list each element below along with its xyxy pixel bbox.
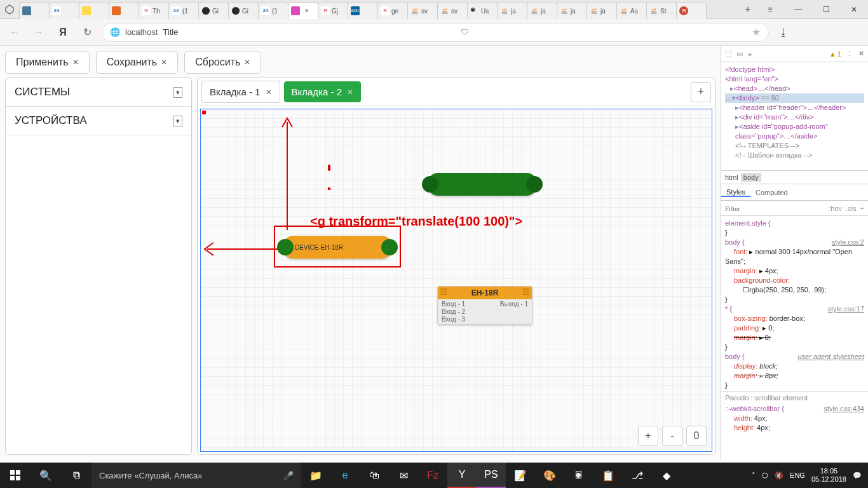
- browser-tab[interactable]: sv: [437, 3, 468, 19]
- device-icon[interactable]: ▭: [736, 50, 743, 58]
- close-icon[interactable]: ✕: [244, 58, 250, 67]
- filezilla-icon[interactable]: Fz: [418, 463, 447, 488]
- tray-expand-icon[interactable]: ˄: [752, 471, 756, 480]
- tab-styles[interactable]: Styles: [721, 188, 750, 197]
- styles-pane[interactable]: element.style { } body {style.css:2 font…: [721, 216, 868, 460]
- canvas[interactable]: <g transform="translate(100 100)"> DEVIC…: [200, 109, 712, 452]
- browser-tab[interactable]: [79, 3, 109, 19]
- new-tab-button[interactable]: +: [740, 1, 756, 18]
- calc-icon[interactable]: 🖩: [564, 463, 593, 488]
- warnings-badge[interactable]: ▲1: [829, 50, 841, 58]
- git-icon[interactable]: ⎇: [623, 463, 652, 488]
- back-button[interactable]: ←: [5, 23, 24, 42]
- browser-tab[interactable]: 24(1: [258, 3, 288, 19]
- yandex-button[interactable]: Я: [53, 23, 72, 42]
- start-button[interactable]: [0, 463, 31, 488]
- device-node-orange[interactable]: DEVICE-EH-18R: [282, 236, 393, 259]
- assistant-input[interactable]: Скажите «Слушай, Алиса» 🎤: [92, 463, 301, 488]
- zoom-in-button[interactable]: +: [638, 426, 658, 446]
- browser-tab[interactable]: ЯGj: [318, 3, 348, 19]
- paint-icon[interactable]: 🎨: [535, 463, 564, 488]
- browser-tab[interactable]: [109, 3, 139, 19]
- bookmark-icon[interactable]: ★: [752, 26, 761, 38]
- svg-point-1: [202, 7, 210, 15]
- maximize-button[interactable]: ☐: [812, 0, 840, 19]
- add-rule-icon[interactable]: +: [860, 205, 864, 212]
- edge-icon[interactable]: e: [330, 463, 360, 488]
- tray-icon[interactable]: ⬡: [762, 471, 768, 480]
- clock[interactable]: 18:0505.12.2018: [811, 467, 846, 484]
- browser-tab[interactable]: 24(1: [168, 3, 199, 19]
- browser-tab[interactable]: ja: [497, 3, 527, 19]
- reset-button[interactable]: Сбросить✕: [184, 51, 261, 74]
- downloads-icon[interactable]: ⭳: [774, 23, 793, 42]
- browser-tab[interactable]: ja: [587, 3, 617, 19]
- notes-icon[interactable]: 📝: [506, 463, 535, 488]
- dom-tree[interactable]: <!doctype html> <html lang="en"> ▸<head>…: [721, 62, 868, 170]
- browser-tab[interactable]: St: [646, 3, 677, 19]
- settings-icon[interactable]: ⋮: [846, 50, 853, 58]
- zoom-out-button[interactable]: -: [662, 426, 682, 446]
- browser-tab[interactable]: ✕: [288, 3, 318, 19]
- reload-button[interactable]: ↻: [78, 23, 97, 42]
- close-icon[interactable]: ✕: [347, 88, 353, 97]
- browser-tab[interactable]: ja: [557, 3, 587, 19]
- sidebar-devices[interactable]: УСТРОЙСТВА▾: [6, 107, 191, 135]
- inspect-icon[interactable]: ⬚: [725, 50, 731, 58]
- save-button[interactable]: Сохранить✕: [96, 51, 179, 74]
- phpstorm-icon[interactable]: PS: [477, 463, 506, 488]
- lang-indicator[interactable]: ENG: [790, 471, 805, 479]
- url-input[interactable]: 🌐 localhost Title 🛡 ★: [102, 23, 769, 42]
- browser-tab[interactable]: ja: [527, 3, 557, 19]
- close-icon[interactable]: ✕: [266, 88, 272, 97]
- browser-tab[interactable]: Gi: [198, 3, 229, 19]
- zoom-controls: + - 0: [638, 426, 707, 446]
- sidebar-systems[interactable]: СИСТЕМЫ▾: [6, 78, 191, 107]
- browser-tab[interactable]: Я: [676, 3, 707, 19]
- browser-tab[interactable]: As: [616, 3, 647, 19]
- shield-icon[interactable]: 🛡: [461, 27, 469, 37]
- mail-icon[interactable]: ✉: [389, 463, 418, 488]
- browser-tab[interactable]: Яge: [377, 3, 408, 19]
- yandex-icon[interactable]: Y: [447, 463, 477, 488]
- svg-rect-6: [442, 12, 448, 15]
- add-tab-button[interactable]: +: [691, 82, 711, 102]
- filter-input[interactable]: [725, 205, 825, 212]
- browser-tab[interactable]: sv: [407, 3, 438, 19]
- apply-button[interactable]: Применить✕: [5, 51, 90, 74]
- hov-toggle[interactable]: :hov: [829, 205, 842, 212]
- more-icon[interactable]: »: [748, 50, 752, 58]
- devtools-close[interactable]: ✕: [858, 50, 864, 58]
- cls-toggle[interactable]: .cls: [846, 205, 857, 212]
- volume-icon[interactable]: 🔇: [775, 471, 783, 480]
- browser-tab[interactable]: ЯTh: [139, 3, 169, 19]
- browser-tab[interactable]: [19, 3, 50, 19]
- store-icon[interactable]: 🛍: [360, 463, 389, 488]
- browser-tab[interactable]: ✱Us: [467, 3, 498, 19]
- notifications-icon[interactable]: 💬: [853, 471, 862, 480]
- annotation-dot: [328, 187, 330, 190]
- app-icon[interactable]: 📋: [593, 463, 623, 488]
- browser-tab[interactable]: 24: [49, 3, 79, 19]
- tab-computed[interactable]: Computed: [750, 189, 793, 196]
- tab-1[interactable]: Вкладка - 1✕: [201, 81, 280, 103]
- device-box-node[interactable]: EH-18R Вход - 1Вход - 2Вход - 3 Выход - …: [437, 286, 532, 325]
- explorer-icon[interactable]: 📁: [301, 463, 330, 488]
- forward-button[interactable]: →: [29, 23, 48, 42]
- globe-icon: 🌐: [110, 27, 120, 37]
- browser-tab[interactable]: W3C: [348, 3, 378, 19]
- menu-icon[interactable]: ≡: [756, 0, 784, 19]
- search-icon[interactable]: 🔍: [31, 463, 61, 488]
- app-icon[interactable]: ◆: [652, 463, 681, 488]
- breadcrumb[interactable]: html body: [721, 170, 868, 184]
- task-view-icon[interactable]: ⧉: [61, 463, 92, 488]
- minimize-button[interactable]: ―: [784, 0, 812, 19]
- close-button[interactable]: ✕: [840, 0, 868, 19]
- browser-tab[interactable]: Gi: [228, 3, 259, 19]
- tab-2[interactable]: Вкладка - 2✕: [284, 81, 362, 102]
- close-icon[interactable]: ✕: [72, 58, 79, 67]
- close-icon[interactable]: ✕: [161, 58, 167, 67]
- mic-icon[interactable]: 🎤: [283, 471, 294, 480]
- zoom-value: 0: [686, 426, 707, 446]
- device-node-green[interactable]: [427, 173, 538, 196]
